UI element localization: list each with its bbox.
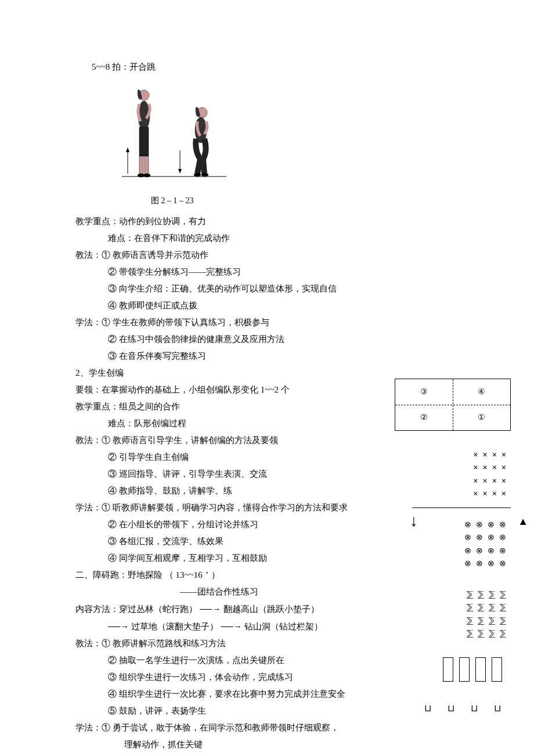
separator-line xyxy=(412,507,511,508)
formation-o-block: ⊗⊗⊗⊗ ⊗⊗⊗⊗ ⊗⊗⊗⊗ ⊗⊗⊗⊗ xyxy=(464,518,511,570)
learn3-label: 学法：① 勇于尝试，敢于体验，在同学示范和教师带领时仔细观察， xyxy=(75,720,366,736)
quad-cell-2: ② xyxy=(395,405,453,430)
difficulty-line: 难点：在音伴下和谐的完成动作 xyxy=(75,231,366,246)
svg-marker-9 xyxy=(126,147,129,152)
triangle-marker: ▲ xyxy=(518,512,528,531)
section2-title: 2、学生创编 xyxy=(75,365,366,381)
exercise-figure: 图 2 – 1 – 23 xyxy=(110,81,459,208)
svg-rect-5 xyxy=(145,156,149,175)
teach-item: ④ 组织学生进行一次比赛，要求在比赛中努力完成并注意安全 xyxy=(75,686,366,702)
learn-item: ③ 在音乐伴奏写完整练习 xyxy=(75,348,366,364)
teach-item: ③ 巡回指导、讲评，引导学生表演、交流 xyxy=(75,466,366,482)
quad-cell-1: ① xyxy=(453,405,510,430)
section3-subtitle: ——团结合作性练习 xyxy=(75,584,366,600)
formation-x-block: ×××× ×××× ×××× ×××× xyxy=(473,448,511,501)
formation-rect-block xyxy=(443,657,508,686)
quadrant-diagram: ③ ④ ② ① xyxy=(395,379,511,431)
focus2-line: 教学重点：组员之间的合作 xyxy=(75,399,366,415)
svg-rect-3 xyxy=(139,127,149,156)
figure-caption: 图 2 – 1 – 23 xyxy=(151,193,459,208)
teach-item: ③ 组织学生进行一次练习，体会动作，完成练习 xyxy=(75,669,366,685)
teach-item: ④ 教师即使纠正或点拨 xyxy=(75,298,366,314)
beat-header: 5~~8 拍：开合跳 xyxy=(75,59,459,75)
svg-point-13 xyxy=(201,173,208,177)
formation-d-block: ⅀⅀⅀⅀ ⅀⅀⅀⅀ ⅀⅀⅀⅀ ⅀⅀⅀⅀ xyxy=(467,588,511,640)
teach-item: ② 引导学生自主创编 xyxy=(75,449,366,465)
teach-item: ② 带领学生分解练习——完整练习 xyxy=(75,264,366,280)
learn-item: ② 在练习中领会韵律操的健康意义及应用方法 xyxy=(75,332,366,347)
formation-u-block: ⊔ ⊔ ⊔ ⊔ xyxy=(424,701,508,716)
arrow-down-icon: ↓ xyxy=(410,506,418,535)
learn-item: ② 在小组长的带领下，分组讨论并练习 xyxy=(75,517,366,532)
quad-cell-4: ④ xyxy=(453,379,510,405)
focus-line: 教学重点：动作的到位协调，有力 xyxy=(75,214,366,229)
learn-item: ④ 同学间互相观摩，互相学习，互相鼓励 xyxy=(75,550,366,566)
teach-item: ② 抽取一名学生进行一次演练，点出关键所在 xyxy=(75,653,366,668)
learn-method-1: 学法：① 学生在教师的带领下认真练习，积极参与 xyxy=(75,315,366,330)
teach3-label: 教法：① 教师讲解示范路线和练习方法 xyxy=(75,636,366,651)
content-method-2: ──→ 过草地（滚翻大垫子） ──→ 钻山洞（钻过栏架） xyxy=(75,618,366,635)
teach-item: ③ 向学生介绍：正确、优美的动作可以塑造体形，实现自信 xyxy=(75,281,366,297)
teach2-label: 教法：① 教师语言引导学生，讲解创编的方法及要领 xyxy=(75,433,366,448)
svg-marker-15 xyxy=(178,169,182,174)
svg-rect-4 xyxy=(139,156,143,175)
quad-cell-3: ③ xyxy=(395,379,453,405)
learn-item: ③ 各组汇报，交流学、练效果 xyxy=(75,534,366,549)
teach-item: ④ 教师指导、鼓励，讲解学、练 xyxy=(75,483,366,499)
teach-item: ⑤ 鼓励，讲评，表扬学生 xyxy=(75,703,366,719)
svg-point-7 xyxy=(143,174,150,177)
learn2-label: 学法：① 听教师讲解要领，明确学习内容，懂得合作学习的方法和要求 xyxy=(75,500,366,516)
teach-method-1: 教法：① 教师语言诱导并示范动作 xyxy=(75,247,366,263)
content-method-1: 内容方法：穿过丛林（蛇行跑） ──→ 翻越高山（跳跃小垫子） xyxy=(75,601,366,617)
learn-item: ② 精神饱满，情绪激昂，自定目标 xyxy=(75,754,366,756)
section3-title: 二、障碍跑：野地探险 （ 13~~16＇） xyxy=(75,567,366,583)
svg-point-12 xyxy=(194,173,201,177)
yaoling-line: 要领：在掌握动作的基础上，小组创编队形变化 1~~2 个 xyxy=(75,382,366,398)
learn-item: 理解动作，抓住关键 xyxy=(75,737,366,753)
difficulty2-line: 难点：队形创编过程 xyxy=(75,416,366,431)
